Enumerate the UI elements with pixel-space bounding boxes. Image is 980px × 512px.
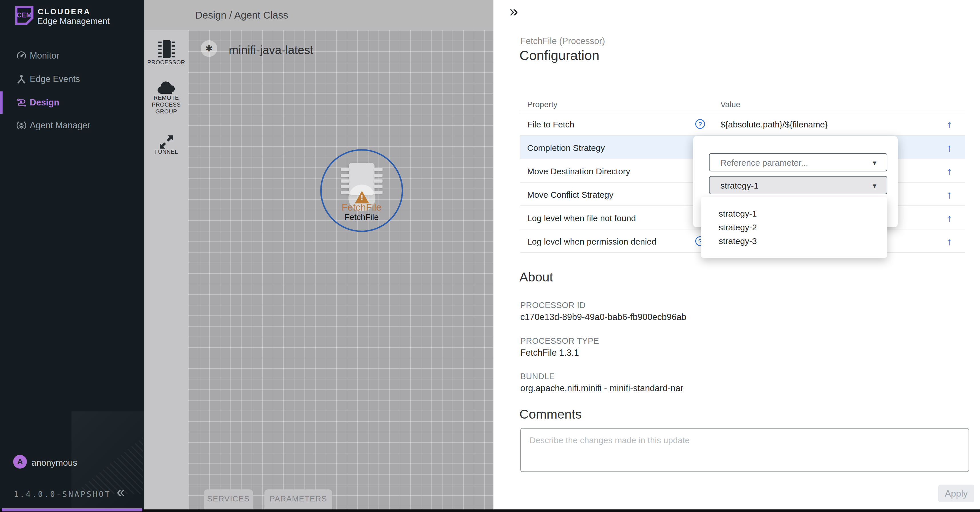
reference-parameter-placeholder: Reference parameter...	[721, 158, 808, 168]
move-up-icon[interactable]: ↑	[947, 236, 952, 248]
apply-button[interactable]: Apply	[938, 485, 974, 502]
product-name: Edge Management	[37, 16, 110, 26]
agent-manager-icon	[16, 120, 27, 131]
bundle-value: org.apache.nifi.minifi - minifi-standard…	[520, 383, 683, 393]
edge-events-icon	[16, 74, 27, 84]
processor-id-value: c170e13d-89b9-49a0-bab6-fb900ecb96ab	[520, 312, 686, 322]
user-avatar[interactable]: A	[13, 455, 27, 469]
username-label: anonymous	[32, 458, 77, 468]
panel-subtitle: FetchFile (Processor)	[520, 36, 605, 46]
sidebar: CEM CLOUDERA Edge Management Monitor Edg…	[0, 0, 144, 512]
option-strategy-1[interactable]: strategy-1	[701, 207, 888, 220]
strategy-option-list: strategy-1 strategy-2 strategy-3	[701, 197, 888, 258]
node-type-label: FetchFile	[319, 202, 404, 213]
chip-pin	[341, 185, 349, 188]
chip-pin	[374, 185, 382, 188]
about-heading: About	[519, 270, 553, 285]
help-icon[interactable]: ?	[695, 119, 705, 129]
toolbar-funnel-label: FUNNEL	[144, 149, 188, 155]
table-row[interactable]: File to Fetch ? ${absolute.path}/${filen…	[520, 112, 965, 136]
processor-chip-icon[interactable]	[156, 40, 178, 60]
tab-services[interactable]: SERVICES	[204, 490, 253, 509]
option-strategy-3[interactable]: strategy-3	[701, 234, 888, 248]
app-window: CEM CLOUDERA Edge Management Monitor Edg…	[0, 0, 980, 512]
move-up-icon[interactable]: ↑	[947, 142, 952, 154]
chip-pin	[374, 174, 382, 177]
flow-badge-icon: ✱	[201, 40, 217, 57]
sidebar-item-label: Monitor	[30, 51, 59, 61]
design-flow-icon	[16, 97, 27, 108]
bundle-label: BUNDLE	[520, 372, 555, 381]
move-up-icon[interactable]: ↑	[947, 119, 952, 131]
app-version-label: 1.4.0.0-SNAPSHOT	[14, 490, 111, 499]
column-header-property: Property	[527, 100, 557, 109]
breadcrumb: Design / Agent Class	[195, 10, 288, 21]
toolbar-remote-process-group-label: REMOTE PROCESS GROUP	[144, 94, 188, 115]
strategy-select[interactable]: strategy-1 ▼	[709, 176, 888, 194]
processor-type-value: FetchFile 1.3.1	[520, 348, 579, 358]
chip-pin	[374, 179, 382, 182]
collapse-sidebar-icon[interactable]: «	[117, 483, 125, 500]
reference-parameter-dropdown[interactable]: Reference parameter... ▼	[709, 153, 888, 171]
cem-logo-text: CEM	[15, 11, 34, 19]
sidebar-item-label: Agent Manager	[30, 120, 90, 131]
sidebar-item-design[interactable]: Design	[0, 92, 144, 114]
active-item-indicator	[0, 92, 3, 114]
chevron-down-icon: ▼	[871, 182, 878, 190]
gauge-icon	[16, 50, 27, 61]
move-up-icon[interactable]: ↑	[947, 189, 952, 201]
toolbar-processor-label: PROCESSOR	[144, 59, 188, 66]
collapse-panel-icon[interactable]: »	[509, 2, 518, 20]
chip-pin	[341, 191, 349, 194]
sidebar-item-edge-events[interactable]: Edge Events	[0, 68, 144, 90]
brand-name: CLOUDERA	[38, 8, 91, 16]
comments-heading: Comments	[519, 407, 582, 422]
bottom-edge-strip	[0, 509, 980, 512]
chip-pin	[341, 174, 349, 177]
panel-heading: Configuration	[519, 48, 600, 63]
tab-parameters[interactable]: PARAMETERS	[264, 490, 332, 509]
move-up-icon[interactable]: ↑	[947, 212, 952, 224]
option-strategy-2[interactable]: strategy-2	[701, 220, 888, 234]
table-header-row: Property Value	[520, 97, 965, 112]
chip-pin	[341, 168, 349, 171]
processor-id-label: PROCESSOR ID	[520, 301, 585, 310]
comments-input[interactable]	[520, 428, 969, 472]
move-up-icon[interactable]: ↑	[947, 165, 952, 178]
sidebar-accent-bar	[2, 508, 142, 511]
flow-title: minifi-java-latest	[229, 43, 313, 57]
column-header-value: Value	[721, 100, 740, 109]
chevron-down-icon: ▼	[871, 159, 878, 167]
chip-pin	[341, 179, 349, 182]
processor-type-label: PROCESSOR TYPE	[520, 336, 599, 346]
sidebar-item-label: Design	[30, 97, 59, 108]
node-name-label: FetchFile	[319, 212, 404, 222]
flow-canvas[interactable]	[188, 30, 493, 509]
chip-pin	[374, 191, 382, 194]
strategy-select-value: strategy-1	[721, 181, 759, 190]
chip-pin	[374, 168, 382, 171]
sidebar-item-monitor[interactable]: Monitor	[0, 44, 144, 67]
sidebar-item-agent-manager[interactable]: Agent Manager	[0, 114, 144, 136]
sidebar-item-label: Edge Events	[30, 74, 80, 84]
